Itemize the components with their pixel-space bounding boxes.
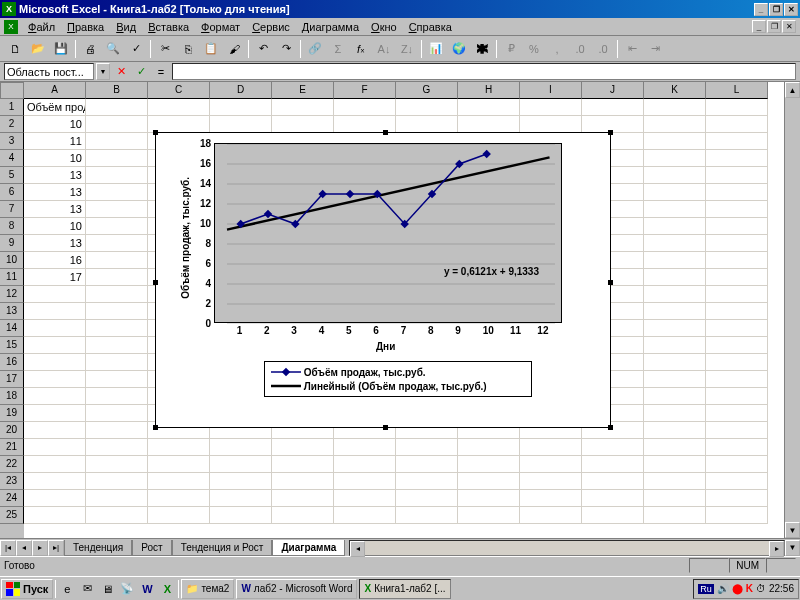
scroll-down-button[interactable]: ▼ xyxy=(785,522,800,538)
cell-L11[interactable] xyxy=(706,269,768,286)
cell-A19[interactable] xyxy=(24,405,86,422)
cell-C24[interactable] xyxy=(148,490,210,507)
cell-G1[interactable] xyxy=(396,99,458,116)
cell-K6[interactable] xyxy=(644,184,706,201)
cell-G21[interactable] xyxy=(396,439,458,456)
cell-L25[interactable] xyxy=(706,507,768,524)
cell-F1[interactable] xyxy=(334,99,396,116)
cell-K23[interactable] xyxy=(644,473,706,490)
menu-Окно[interactable]: Окно xyxy=(365,20,403,34)
cell-A2[interactable]: 10 xyxy=(24,116,86,133)
chart-object[interactable]: Объём продаж, тыс.руб. 024681012141618 1… xyxy=(155,132,611,428)
menu-Сервис[interactable]: Сервис xyxy=(246,20,296,34)
row-header-12[interactable]: 12 xyxy=(0,286,24,303)
cell-K20[interactable] xyxy=(644,422,706,439)
cell-K25[interactable] xyxy=(644,507,706,524)
undo-button[interactable]: ↶ xyxy=(252,38,274,60)
cell-B17[interactable] xyxy=(86,371,148,388)
col-header-L[interactable]: L xyxy=(706,82,768,99)
col-header-I[interactable]: I xyxy=(520,82,582,99)
cell-B5[interactable] xyxy=(86,167,148,184)
cell-B6[interactable] xyxy=(86,184,148,201)
row-header-4[interactable]: 4 xyxy=(0,150,24,167)
cell-B7[interactable] xyxy=(86,201,148,218)
cell-K17[interactable] xyxy=(644,371,706,388)
fx-button[interactable]: fₓ xyxy=(350,38,372,60)
menu-Диаграмма[interactable]: Диаграмма xyxy=(296,20,365,34)
channels-icon[interactable]: 📡 xyxy=(118,580,136,598)
cell-D23[interactable] xyxy=(210,473,272,490)
cell-B20[interactable] xyxy=(86,422,148,439)
cell-G24[interactable] xyxy=(396,490,458,507)
cell-B4[interactable] xyxy=(86,150,148,167)
cell-L12[interactable] xyxy=(706,286,768,303)
cell-B12[interactable] xyxy=(86,286,148,303)
plot-area[interactable]: 024681012141618 123456789101112 y = 0,61… xyxy=(214,143,562,323)
col-header-B[interactable]: B xyxy=(86,82,148,99)
cell-D1[interactable] xyxy=(210,99,272,116)
tray-icon2[interactable]: ⬤ xyxy=(732,583,743,594)
cell-E25[interactable] xyxy=(272,507,334,524)
col-header-A[interactable]: A xyxy=(24,82,86,99)
cell-H2[interactable] xyxy=(458,116,520,133)
cell-A24[interactable] xyxy=(24,490,86,507)
equals-icon[interactable]: = xyxy=(152,63,170,80)
cell-A22[interactable] xyxy=(24,456,86,473)
sheet-tab-1[interactable]: Рост xyxy=(132,540,171,556)
cell-L19[interactable] xyxy=(706,405,768,422)
cell-L21[interactable] xyxy=(706,439,768,456)
col-header-G[interactable]: G xyxy=(396,82,458,99)
cell-K9[interactable] xyxy=(644,235,706,252)
col-header-D[interactable]: D xyxy=(210,82,272,99)
chart-button[interactable]: 📊 xyxy=(425,38,447,60)
cell-A25[interactable] xyxy=(24,507,86,524)
cell-B10[interactable] xyxy=(86,252,148,269)
cell-B1[interactable] xyxy=(86,99,148,116)
desktop-icon[interactable]: 🖥 xyxy=(98,580,116,598)
cell-H23[interactable] xyxy=(458,473,520,490)
cell-K19[interactable] xyxy=(644,405,706,422)
cell-L20[interactable] xyxy=(706,422,768,439)
clock[interactable]: 22:56 xyxy=(769,583,794,594)
link-button[interactable]: 🔗 xyxy=(304,38,326,60)
print-button[interactable]: 🖨 xyxy=(79,38,101,60)
menu-Правка[interactable]: Правка xyxy=(61,20,110,34)
minimize-button[interactable]: _ xyxy=(754,3,768,16)
lang-indicator[interactable]: Ru xyxy=(698,584,714,594)
drawing-button[interactable]: 🞹 xyxy=(471,38,493,60)
row-header-9[interactable]: 9 xyxy=(0,235,24,252)
tab-next-button[interactable]: ▸ xyxy=(32,540,48,556)
cell-K3[interactable] xyxy=(644,133,706,150)
cell-L18[interactable] xyxy=(706,388,768,405)
row-header-15[interactable]: 15 xyxy=(0,337,24,354)
cell-A15[interactable] xyxy=(24,337,86,354)
scroll-up-button[interactable]: ▲ xyxy=(785,82,800,98)
scroll-down2-button[interactable]: ▼ xyxy=(785,540,800,556)
cell-J25[interactable] xyxy=(582,507,644,524)
cell-L6[interactable] xyxy=(706,184,768,201)
cell-A12[interactable] xyxy=(24,286,86,303)
cell-G23[interactable] xyxy=(396,473,458,490)
cell-H22[interactable] xyxy=(458,456,520,473)
cell-K16[interactable] xyxy=(644,354,706,371)
paste-button[interactable]: 📋 xyxy=(200,38,222,60)
cell-B18[interactable] xyxy=(86,388,148,405)
preview-button[interactable]: 🔍 xyxy=(102,38,124,60)
redo-button[interactable]: ↷ xyxy=(275,38,297,60)
cell-L3[interactable] xyxy=(706,133,768,150)
cell-K21[interactable] xyxy=(644,439,706,456)
cell-A3[interactable]: 11 xyxy=(24,133,86,150)
row-header-3[interactable]: 3 xyxy=(0,133,24,150)
cell-L9[interactable] xyxy=(706,235,768,252)
cell-A13[interactable] xyxy=(24,303,86,320)
cell-L22[interactable] xyxy=(706,456,768,473)
row-header-22[interactable]: 22 xyxy=(0,456,24,473)
sheet-tab-0[interactable]: Тенденция xyxy=(64,540,132,556)
cell-B11[interactable] xyxy=(86,269,148,286)
menu-Справка[interactable]: Справка xyxy=(403,20,458,34)
cell-A7[interactable]: 13 xyxy=(24,201,86,218)
ie-icon[interactable]: e xyxy=(58,580,76,598)
col-header-J[interactable]: J xyxy=(582,82,644,99)
cell-K14[interactable] xyxy=(644,320,706,337)
cell-G25[interactable] xyxy=(396,507,458,524)
